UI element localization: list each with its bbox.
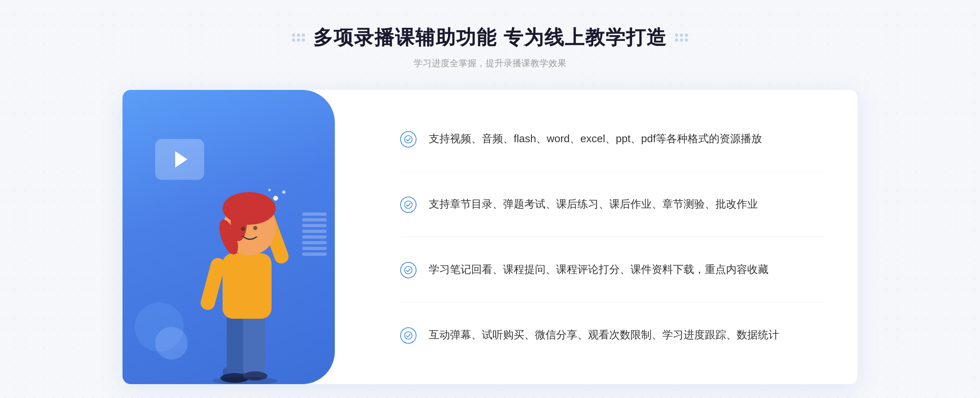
person-illustration: [163, 139, 318, 384]
content-card: »: [122, 90, 858, 384]
svg-point-9: [223, 192, 276, 225]
svg-point-12: [241, 227, 245, 231]
feature-item-3: 学习笔记回看、课程提问、课程评论打分、课件资料下载，重点内容收藏: [400, 253, 825, 286]
left-decorator-dots: [292, 34, 305, 42]
check-icon-2: [400, 197, 416, 213]
right-features-section: 支持视频、音频、flash、word、excel、ppt、pdf等各种格式的资源…: [359, 90, 858, 384]
svg-point-21: [405, 332, 412, 339]
subtitle: 学习进度全掌握，提升录播课教学效果: [292, 57, 688, 69]
left-illustration-section: »: [122, 90, 359, 384]
feature-text-3: 学习笔记回看、课程提问、课程评论打分、课件资料下载，重点内容收藏: [429, 261, 768, 278]
svg-point-19: [405, 201, 412, 208]
svg-point-15: [282, 190, 285, 194]
check-icon-3: [400, 262, 416, 278]
feature-item-4: 互动弹幕、试听购买、微信分享、观看次数限制、学习进度跟踪、数据统计: [400, 318, 825, 352]
svg-rect-7: [199, 257, 226, 312]
svg-point-13: [253, 226, 257, 230]
svg-point-18: [405, 136, 412, 143]
feature-item-2: 支持章节目录、弹题考试、课后练习、课后作业、章节测验、批改作业: [400, 188, 825, 221]
svg-point-16: [268, 189, 271, 191]
svg-point-20: [405, 266, 412, 274]
check-icon-4: [400, 327, 416, 344]
main-title: 多项录播课辅助功能 专为线上教学打造: [313, 25, 666, 51]
feature-text-4: 互动弹幕、试听购买、微信分享、观看次数限制、学习进度跟踪、数据统计: [429, 326, 779, 344]
feature-text-1: 支持视频、音频、flash、word、excel、ppt、pdf等各种格式的资源…: [429, 130, 762, 148]
header-decorators: 多项录播课辅助功能 专为线上教学打造: [292, 25, 688, 51]
left-chevrons-icon: »: [131, 230, 139, 244]
divider-1: [400, 172, 825, 172]
svg-rect-2: [243, 311, 265, 376]
divider-3: [400, 302, 825, 302]
feature-text-2: 支持章节目录、弹题考试、课后练习、课后作业、章节测验、批改作业: [429, 196, 758, 213]
page-wrapper: 多项录播课辅助功能 专为线上教学打造 学习进度全掌握，提升录播课教学效果 »: [0, 0, 980, 398]
feature-item-1: 支持视频、音频、flash、word、excel、ppt、pdf等各种格式的资源…: [400, 122, 825, 156]
right-decorator-dots: [675, 34, 688, 42]
check-icon-1: [400, 131, 416, 148]
svg-point-14: [273, 196, 278, 201]
svg-rect-5: [223, 253, 272, 319]
divider-2: [400, 237, 825, 237]
header-section: 多项录播课辅助功能 专为线上教学打造 学习进度全掌握，提升录播课教学效果: [292, 25, 688, 69]
